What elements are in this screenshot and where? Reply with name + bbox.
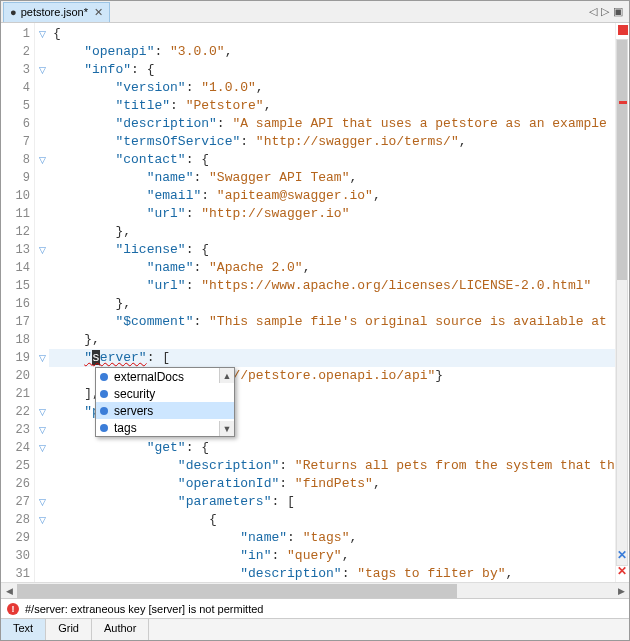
autocomplete-item[interactable]: externalDocs [96, 368, 234, 385]
fold-cell [35, 457, 49, 475]
dirty-indicator-icon: ● [10, 6, 17, 18]
code-area[interactable]: { "openapi": "3.0.0", "info": { "version… [49, 23, 615, 582]
fold-toggle-icon[interactable]: ▽ [39, 407, 46, 417]
line-number: 4 [1, 79, 34, 97]
code-line[interactable]: "name": "Apache 2.0", [49, 259, 615, 277]
code-line[interactable]: "url": "https://www.apache.org/licenses/… [49, 277, 615, 295]
autocomplete-item[interactable]: security [96, 385, 234, 402]
horizontal-scrollbar[interactable]: ◀ ▶ [1, 582, 629, 598]
code-line[interactable]: "openapi": "3.0.0", [49, 43, 615, 61]
code-line[interactable]: "name": "tags", [49, 529, 615, 547]
fold-cell[interactable]: ▽ [35, 421, 49, 439]
fold-cell[interactable]: ▽ [35, 61, 49, 79]
error-marker-icon[interactable]: ✕ [617, 564, 627, 578]
fold-cell[interactable]: ▽ [35, 403, 49, 421]
fold-cell[interactable]: ▽ [35, 241, 49, 259]
error-summary-marker[interactable] [618, 25, 628, 35]
line-number: 23 [1, 421, 34, 439]
hscroll-left-icon[interactable]: ◀ [1, 586, 17, 596]
fold-cell [35, 187, 49, 205]
vertical-scroll-thumb[interactable] [617, 40, 627, 280]
line-number: 31 [1, 565, 34, 582]
view-mode-tabs: TextGridAuthor [1, 618, 629, 640]
code-line[interactable]: { [49, 511, 615, 529]
fold-toggle-icon[interactable]: ▽ [39, 29, 46, 39]
fold-toggle-icon[interactable]: ▽ [39, 425, 46, 435]
error-message: #/server: extraneous key [server] is not… [25, 603, 263, 615]
code-line[interactable]: "server": [ [49, 349, 615, 367]
code-line[interactable]: "$comment": "This sample file's original… [49, 313, 615, 331]
autocomplete-item[interactable]: tags [96, 419, 234, 436]
code-line[interactable]: "name": "Swagger API Team", [49, 169, 615, 187]
line-number: 7 [1, 133, 34, 151]
error-marker[interactable] [619, 101, 627, 104]
code-line[interactable]: "url": "http://swagger.io" [49, 205, 615, 223]
code-line[interactable]: "termsOfService": "http://swagger.io/ter… [49, 133, 615, 151]
fold-cell[interactable]: ▽ [35, 25, 49, 43]
hscroll-right-icon[interactable]: ▶ [613, 586, 629, 596]
hscroll-thumb[interactable] [17, 584, 457, 598]
fold-cell [35, 313, 49, 331]
fold-cell [35, 79, 49, 97]
code-line[interactable]: "operationId": "findPets", [49, 475, 615, 493]
code-line[interactable]: "in": "query", [49, 547, 615, 565]
autocomplete-scroll-up-icon[interactable]: ▲ [219, 368, 234, 383]
line-number: 6 [1, 115, 34, 133]
fold-toggle-icon[interactable]: ▽ [39, 155, 46, 165]
tab-menu-icon[interactable]: ▣ [613, 5, 623, 18]
line-number: 25 [1, 457, 34, 475]
code-line[interactable]: "info": { [49, 61, 615, 79]
line-number: 16 [1, 295, 34, 313]
view-mode-tab[interactable]: Text [1, 619, 46, 640]
prev-tab-icon[interactable]: ◁ [589, 5, 597, 18]
fold-toggle-icon[interactable]: ▽ [39, 515, 46, 525]
line-number: 12 [1, 223, 34, 241]
code-line[interactable]: "version": "1.0.0", [49, 79, 615, 97]
file-tab-label: petstore.json* [21, 6, 88, 18]
view-mode-tab[interactable]: Grid [46, 619, 92, 640]
code-line[interactable]: "description": "A sample API that uses a… [49, 115, 615, 133]
code-line[interactable]: "contact": { [49, 151, 615, 169]
code-line[interactable]: }, [49, 295, 615, 313]
code-line[interactable]: "title": "Petstore", [49, 97, 615, 115]
vertical-scrollbar[interactable] [616, 39, 628, 566]
code-line[interactable]: "description": "tags to filter by", [49, 565, 615, 582]
code-line[interactable]: "license": { [49, 241, 615, 259]
fold-toggle-icon[interactable]: ▽ [39, 65, 46, 75]
code-line[interactable]: "description": "Returns all pets from th… [49, 457, 615, 475]
fold-cell[interactable]: ▽ [35, 349, 49, 367]
fold-toggle-icon[interactable]: ▽ [39, 245, 46, 255]
line-number: 26 [1, 475, 34, 493]
fold-cell[interactable]: ▽ [35, 493, 49, 511]
autocomplete-item[interactable]: servers [96, 402, 234, 419]
code-line[interactable]: { [49, 25, 615, 43]
code-line[interactable]: }, [49, 331, 615, 349]
fold-cell [35, 529, 49, 547]
file-tab[interactable]: ● petstore.json* ✕ [3, 2, 110, 22]
fold-toggle-icon[interactable]: ▽ [39, 353, 46, 363]
code-line[interactable]: }, [49, 223, 615, 241]
code-line[interactable]: "email": "apiteam@swagger.io", [49, 187, 615, 205]
fold-cell [35, 115, 49, 133]
fold-cell[interactable]: ▽ [35, 439, 49, 457]
fold-cell [35, 565, 49, 582]
fold-toggle-icon[interactable]: ▽ [39, 443, 46, 453]
fold-toggle-icon[interactable]: ▽ [39, 497, 46, 507]
code-line[interactable]: "get": { [49, 439, 615, 457]
view-mode-tab[interactable]: Author [92, 619, 149, 640]
autocomplete-scroll-down-icon[interactable]: ▼ [219, 421, 234, 436]
code-line[interactable]: "parameters": [ [49, 493, 615, 511]
line-number: 21 [1, 385, 34, 403]
autocomplete-item-label: security [114, 387, 155, 401]
fold-cell[interactable]: ▽ [35, 511, 49, 529]
line-number: 11 [1, 205, 34, 223]
close-tab-icon[interactable]: ✕ [94, 6, 103, 19]
fold-cell[interactable]: ▽ [35, 151, 49, 169]
hscroll-track[interactable] [17, 584, 613, 598]
info-marker-icon[interactable]: ✕ [617, 548, 627, 562]
next-tab-icon[interactable]: ▷ [601, 5, 609, 18]
autocomplete-popup: ▲ ▼ externalDocssecurityserverstags [95, 367, 235, 437]
line-number: 24 [1, 439, 34, 457]
suggestion-icon [100, 424, 108, 432]
fold-cell [35, 223, 49, 241]
